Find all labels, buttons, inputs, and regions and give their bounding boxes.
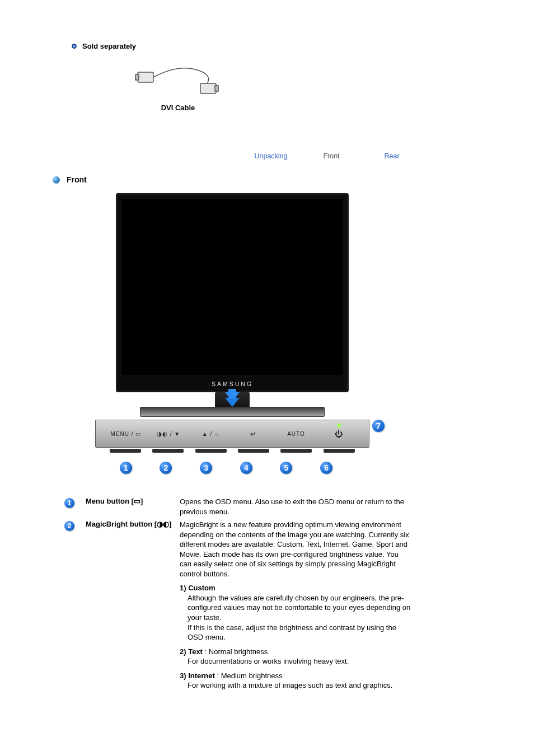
panel-btn-brightness: ▲ / ☼ [191, 431, 231, 437]
desc-2-sub-3: 3) Internet : Medium brightness For work… [180, 671, 411, 691]
panel-btn-enter: ↵ [234, 430, 273, 438]
panel-btn-auto: AUTO [277, 431, 316, 437]
sold-separately-heading: Sold separately [82, 42, 136, 50]
svg-rect-2 [200, 83, 216, 93]
section-nav: Unpacking Front Rear [241, 150, 422, 162]
desc-2-sub-1-body: Although the values are carefully chosen… [188, 593, 411, 642]
callout-4: 4 [240, 462, 252, 474]
desc-2-sub-1-head: 1) Custom [180, 584, 216, 592]
desc-2-sub-3-tail: : Medium brightness [215, 672, 283, 680]
panel-btn-power: ⏻ [319, 429, 358, 438]
desc-2-sub-2-tail: : Normal brightness [203, 647, 268, 656]
desc-text-1: Opens the OSD menu. Also use to exit the… [180, 497, 411, 516]
desc-row-1: 1 Menu button [▭] Opens the OSD menu. Al… [64, 497, 411, 516]
desc-2-sub-2-head: 2) Text [180, 647, 203, 656]
desc-name-2: MagicBright button [◑◐] [86, 520, 180, 691]
desc-name-1: Menu button [▭] [86, 497, 180, 516]
nav-tab-front[interactable]: Front [301, 150, 362, 162]
monitor-front-figure: SAMSUNG [87, 193, 378, 414]
desc-text-2: MagicBright is a new feature providing o… [180, 520, 411, 691]
brand-logo: SAMSUNG [118, 381, 347, 387]
power-led-icon [338, 424, 341, 427]
desc-text-2-intro: MagicBright is a new feature providing o… [180, 520, 409, 578]
front-heading: Front [67, 175, 87, 184]
desc-num-2: 2 [64, 521, 74, 531]
desc-2-sub-2-body: For documentations or works involving he… [188, 656, 411, 666]
monitor-button-panel: MENU / ▭ ◑◐ / ▼ ▲ / ☼ ↵ AUTO ⏻ 7 1 2 3 4… [87, 420, 378, 474]
callout-numbers-row: 7 1 2 3 4 5 6 [87, 462, 378, 474]
desc-2-sub-2: 2) Text : Normal brightness For document… [180, 647, 411, 666]
desc-num-1: 1 [64, 498, 74, 508]
callout-7: 7 [372, 420, 385, 432]
dvi-cable-figure [133, 59, 223, 98]
svg-rect-3 [215, 86, 218, 91]
callout-6: 6 [320, 462, 332, 474]
desc-row-2: 2 MagicBright button [◑◐] MagicBright is… [64, 520, 411, 691]
svg-rect-1 [135, 74, 139, 80]
callout-3: 3 [200, 462, 212, 474]
panel-btn-magicbright: ◑◐ / ▼ [149, 431, 188, 437]
callout-5: 5 [280, 462, 292, 474]
svg-rect-0 [138, 72, 153, 82]
nav-tab-rear[interactable]: Rear [362, 150, 422, 162]
dvi-cable-label: DVI Cable [105, 104, 251, 112]
desc-2-sub-3-body: For working with a mixture of images suc… [188, 680, 411, 691]
bullet-icon [72, 44, 77, 49]
desc-2-sub-1: 1) Custom Although the values are carefu… [180, 583, 411, 642]
desc-2-sub-3-head: 3) Internet [180, 672, 215, 680]
bullet-icon [53, 176, 60, 184]
callout-2: 2 [160, 462, 172, 474]
nav-tab-unpacking[interactable]: Unpacking [241, 150, 301, 162]
callout-1: 1 [120, 462, 132, 474]
panel-btn-menu: MENU / ▭ [106, 431, 146, 437]
